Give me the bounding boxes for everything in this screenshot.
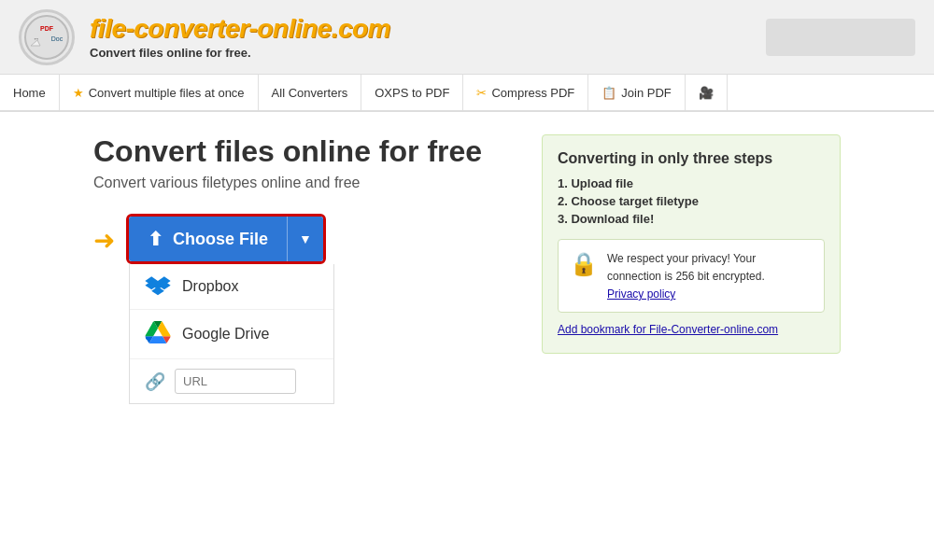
steps-title: Converting in only three steps — [558, 150, 825, 167]
join-icon: 📋 — [601, 86, 616, 100]
google-drive-option[interactable]: Google Drive — [130, 310, 333, 359]
nav-join-label: Join PDF — [621, 86, 671, 100]
nav-all-converters[interactable]: All Converters — [259, 75, 362, 110]
nav-convert-multiple[interactable]: ★ Convert multiple files at once — [60, 75, 259, 110]
url-input[interactable] — [175, 369, 296, 394]
nav-compress-pdf[interactable]: ✂ Compress PDF — [463, 75, 588, 110]
choose-file-container: ⬆ Choose File ▼ — [126, 214, 334, 404]
svg-text:PDF: PDF — [40, 25, 54, 32]
nav-video[interactable]: 🎥 — [686, 75, 728, 110]
nav-oxps-label: OXPS to PDF — [375, 86, 449, 100]
step-3: 3. Download file! — [558, 212, 825, 226]
main-content: Convert files online for free Convert va… — [0, 112, 934, 560]
chevron-down-icon: ▼ — [299, 231, 312, 246]
step-1: 1. Upload file — [558, 176, 825, 190]
right-panel: Converting in only three steps 1. Upload… — [542, 134, 841, 354]
lock-icon: 🔒 — [570, 251, 598, 277]
logo-text-area: file-converter-online.com Convert files … — [90, 14, 390, 60]
choose-file-dropdown-toggle[interactable]: ▼ — [287, 217, 323, 261]
page-title: Convert files online for free — [93, 134, 504, 169]
privacy-text: We respect your privacy! Your connection… — [607, 252, 765, 301]
choose-file-button[interactable]: ⬆ Choose File — [129, 217, 287, 261]
privacy-policy-link[interactable]: Privacy policy — [607, 287, 675, 301]
dropdown-menu: Dropbox — [129, 264, 334, 404]
video-icon: 🎥 — [699, 86, 714, 100]
choose-file-wrapper: ⬆ Choose File ▼ — [126, 214, 326, 264]
dropbox-icon — [145, 275, 171, 298]
page-subtitle: Convert various filetypes online and fre… — [93, 175, 504, 191]
logo-subtitle: Convert files online for free. — [90, 46, 390, 60]
upload-icon: ⬆ — [148, 228, 163, 250]
nav-join-pdf[interactable]: 📋 Join PDF — [588, 75, 685, 110]
arrow-icon: ➜ — [93, 225, 115, 256]
choose-file-label: Choose File — [173, 230, 268, 249]
logo-title: file-converter-online.com — [90, 14, 390, 44]
header: PDF ↔ Doc file-converter-online.com Conv… — [0, 0, 934, 75]
left-panel: Convert files online for free Convert va… — [93, 134, 504, 538]
url-item: 🔗 — [130, 359, 333, 403]
scissors-icon: ✂ — [476, 86, 487, 100]
logo-badge: PDF ↔ Doc — [19, 9, 75, 65]
nav-all-converters-label: All Converters — [272, 86, 348, 100]
link-icon: 🔗 — [145, 371, 165, 392]
nav-home-label: Home — [13, 86, 46, 100]
choose-file-btn-row: ⬆ Choose File ▼ — [129, 217, 323, 261]
google-drive-label: Google Drive — [182, 326, 269, 343]
bookmark-link[interactable]: Add bookmark for File-Converter-online.c… — [558, 322, 825, 338]
svg-text:Doc: Doc — [51, 35, 64, 42]
navigation: Home ★ Convert multiple files at once Al… — [0, 75, 934, 112]
dropbox-label: Dropbox — [182, 278, 238, 295]
google-drive-icon — [145, 321, 171, 347]
upload-section: ➜ ⬆ Choose File ▼ — [93, 214, 504, 404]
star-icon: ★ — [73, 86, 84, 100]
privacy-box: 🔒 We respect your privacy! Your connecti… — [558, 239, 825, 313]
nav-convert-multiple-label: Convert multiple files at once — [89, 86, 245, 100]
steps-list: 1. Upload file 2. Choose target filetype… — [558, 176, 825, 226]
header-ad — [766, 19, 915, 56]
nav-oxps-to-pdf[interactable]: OXPS to PDF — [361, 75, 463, 110]
nav-compress-label: Compress PDF — [491, 86, 574, 100]
nav-home[interactable]: Home — [0, 75, 60, 110]
privacy-content: We respect your privacy! Your connection… — [607, 249, 813, 302]
step-2: 2. Choose target filetype — [558, 194, 825, 208]
dropbox-option[interactable]: Dropbox — [130, 264, 333, 310]
